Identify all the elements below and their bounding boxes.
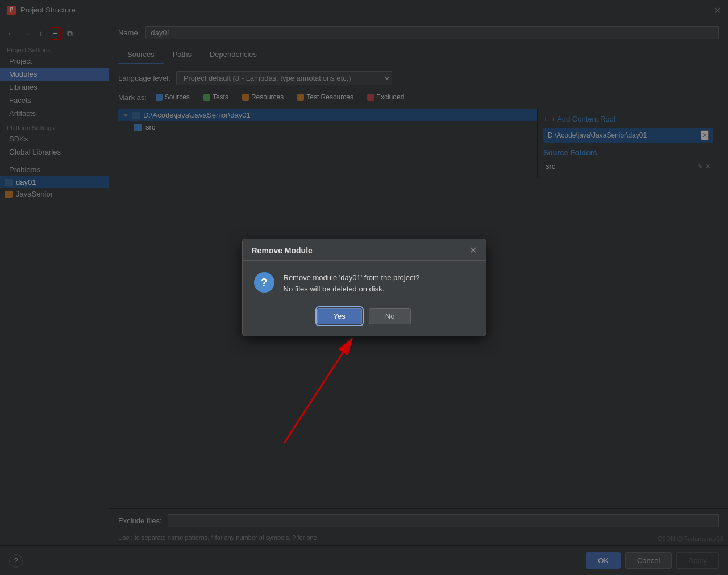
dialog-title-bar: Remove Module ✕ <box>243 239 486 261</box>
dialog-overlay: Remove Module ✕ ? Remove module 'day01' … <box>0 0 728 575</box>
dialog-close-button[interactable]: ✕ <box>469 245 477 256</box>
remove-module-dialog: Remove Module ✕ ? Remove module 'day01' … <box>242 239 486 336</box>
dialog-footer: Yes No <box>243 303 486 336</box>
dialog-yes-button[interactable]: Yes <box>317 308 362 324</box>
svg-line-1 <box>284 338 352 443</box>
dialog-text: Remove module 'day01' from the project? … <box>284 272 475 294</box>
dialog-body: ? Remove module 'day01' from the project… <box>243 261 486 303</box>
dialog-title: Remove Module <box>252 246 313 255</box>
dialog-no-button[interactable]: No <box>369 308 411 324</box>
dialog-message: Remove module 'day01' from the project? … <box>284 272 475 294</box>
dialog-question-icon: ? <box>254 272 274 293</box>
